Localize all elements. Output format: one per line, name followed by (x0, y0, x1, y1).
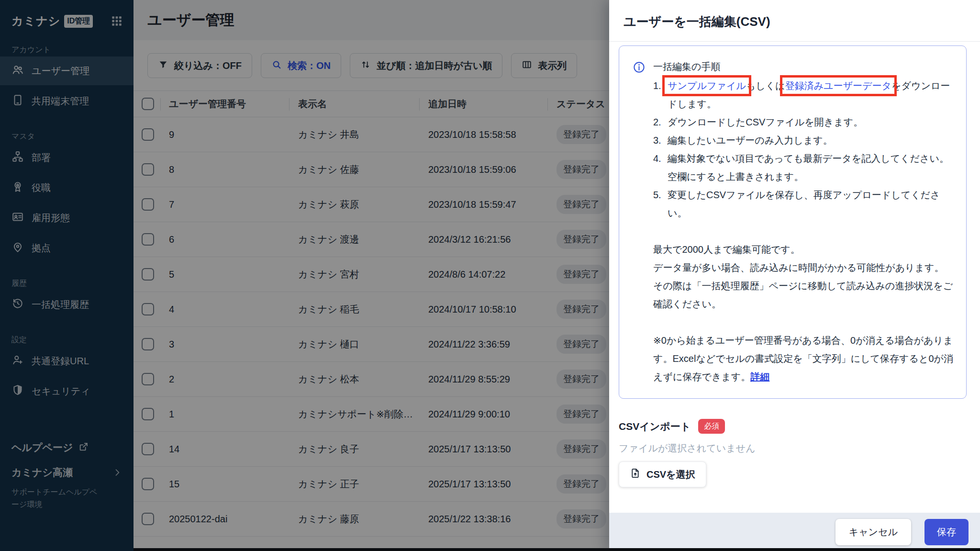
detail-link[interactable]: 詳細 (750, 371, 769, 382)
drawer-title: ユーザーを一括編集(CSV) (624, 13, 966, 30)
drawer-header: ユーザーを一括編集(CSV) (609, 0, 980, 42)
guide-box: 一括編集の手順 1. サンプルファイルもしくは登録済みユーザーデータをダウンロー… (619, 45, 967, 399)
guide-step: 2. ダウンロードしたCSVファイルを開きます。 (653, 113, 955, 131)
modal-overlay[interactable] (0, 0, 609, 551)
drawer-footer: キャンセル 保存 (609, 513, 980, 551)
step-text: 編集したいユーザーのみ入力します。 (668, 131, 955, 149)
window-bottom-edge (134, 548, 980, 551)
zero-note: ※0から始まるユーザー管理番号がある場合、0が消える場合があります。Excelな… (653, 331, 955, 386)
step-number: 3. (653, 131, 668, 149)
capacity-note: 最大で2000人まで編集可能です。 データ量が多い場合、読み込みに時間がかかる可… (653, 240, 955, 313)
app-window: カミナシ ID管理 アカウント ユーザー管理 共用端末管理 マスタ 部署 役職 … (0, 0, 980, 551)
select-csv-label: CSVを選択 (646, 468, 695, 481)
step-number: 4. (653, 149, 668, 186)
step-number: 5. (653, 186, 668, 222)
guide-step: 3. 編集したいユーザーのみ入力します。 (653, 131, 955, 149)
cancel-button[interactable]: キャンセル (835, 519, 911, 545)
required-badge: 必須 (698, 419, 725, 434)
step-number: 1. (653, 77, 668, 113)
drawer-body: 一括編集の手順 1. サンプルファイルもしくは登録済みユーザーデータをダウンロー… (609, 42, 980, 487)
save-button[interactable]: 保存 (924, 519, 969, 545)
sample-file-link[interactable]: サンプルファイル (668, 80, 746, 91)
csv-import-label: CSVインポート (619, 420, 690, 433)
zero-note-text: ※0から始まるユーザー管理番号がある場合、0が消える場合があります。Excelな… (653, 335, 953, 382)
guide-steps: 2. ダウンロードしたCSVファイルを開きます。 3. 編集したいユーザーのみ入… (653, 113, 955, 222)
step-number: 2. (653, 113, 668, 131)
registered-user-data-link[interactable]: 登録済みユーザーデータ (785, 80, 891, 91)
file-empty-text: ファイルが選択されていません (619, 442, 967, 455)
select-csv-button[interactable]: CSVを選択 (619, 461, 706, 487)
step-text: ダウンロードしたCSVファイルを開きます。 (668, 113, 955, 131)
csv-import-section: CSVインポート 必須 ファイルが選択されていません CSVを選択 (619, 419, 967, 487)
step-text-middle: もしくは (746, 80, 785, 91)
step-text: 編集対象でない項目であっても最新データを記入してください。空欄にすると上書きされ… (668, 149, 955, 186)
guide-step-1: 1. サンプルファイルもしくは登録済みユーザーデータをダウンロードします。 (653, 77, 955, 113)
info-icon (633, 61, 646, 386)
guide-text: 一括編集の手順 1. サンプルファイルもしくは登録済みユーザーデータをダウンロー… (653, 57, 955, 386)
bulk-edit-csv-drawer: ユーザーを一括編集(CSV) 一括編集の手順 1. サンプルファイルもしくは登録… (609, 0, 980, 551)
step-text: サンプルファイルもしくは登録済みユーザーデータをダウンロードします。 (668, 77, 955, 113)
step-text: 変更したCSVファイルを保存し、再度アップロードしてください。 (668, 186, 955, 222)
file-upload-icon (630, 468, 641, 481)
guide-heading: 一括編集の手順 (653, 57, 955, 76)
guide-step: 5. 変更したCSVファイルを保存し、再度アップロードしてください。 (653, 186, 955, 222)
guide-step: 4. 編集対象でない項目であっても最新データを記入してください。空欄にすると上書… (653, 149, 955, 186)
